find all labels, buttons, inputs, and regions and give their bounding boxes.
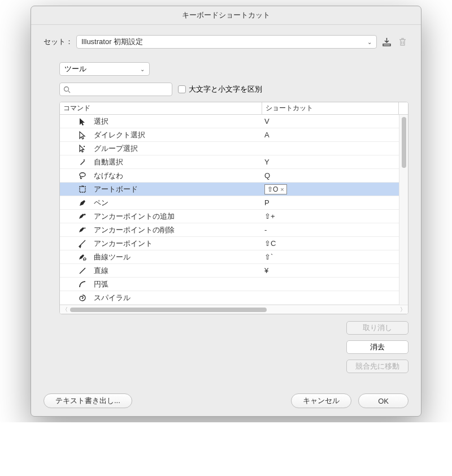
table-row[interactable]: 曲線ツール⇧` — [60, 250, 399, 264]
horizontal-scroll-track[interactable] — [70, 308, 398, 312]
curvature-icon — [60, 253, 94, 262]
table-row[interactable]: 円弧 — [60, 278, 399, 291]
chevron-down-icon: ⌄ — [367, 39, 372, 45]
export-text-button[interactable]: テキスト書き出し... — [44, 393, 132, 408]
magic-wand-icon — [60, 158, 94, 167]
line-icon — [60, 266, 94, 275]
table-row[interactable]: グループ選択 — [60, 142, 399, 155]
command-name: ダイレクト選択 — [94, 130, 262, 140]
shortcut-edit-field[interactable]: ⇧O× — [264, 184, 287, 194]
footer: テキスト書き出し... キャンセル OK — [44, 393, 408, 408]
shortcut-cell[interactable]: ¥ — [262, 266, 399, 275]
direct-selection-icon — [60, 131, 94, 140]
shortcuts-table: コマンド ショートカット 選択Vダイレクト選択Aグループ選択自動選択YなげなわQ… — [59, 102, 408, 314]
ok-button[interactable]: OK — [358, 393, 408, 408]
shortcut-cell[interactable]: Q — [262, 171, 399, 180]
spiral-icon — [60, 293, 94, 302]
rows-area: 選択Vダイレクト選択Aグループ選択自動選択YなげなわQアートボード⇧O×ペンPア… — [60, 115, 399, 305]
shortcut-cell[interactable]: Y — [262, 158, 399, 166]
delete-anchor-icon — [60, 226, 94, 235]
panel: ツール ⌄ 大文字と小文字を区別 コマンド ショートカット — [59, 62, 408, 373]
title-bar: キーボードショートカット — [31, 6, 421, 25]
shortcut-cell[interactable]: P — [262, 198, 399, 207]
command-name: アートボード — [94, 184, 262, 194]
shortcut-cell[interactable]: ⇧+ — [262, 212, 399, 220]
table-row[interactable]: 選択V — [60, 115, 399, 128]
search-box[interactable] — [59, 83, 172, 96]
command-name: 円弧 — [94, 279, 262, 289]
selection-icon — [60, 117, 94, 126]
clear-button[interactable]: 消去 — [346, 340, 408, 354]
set-row: セット： Illustrator 初期設定 ⌄ — [44, 35, 408, 49]
command-name: グループ選択 — [94, 144, 262, 154]
save-set-button[interactable] — [380, 36, 393, 48]
case-sensitive-label: 大文字と小文字を区別 — [189, 84, 262, 94]
command-name: 曲線ツール — [94, 252, 262, 262]
case-sensitive-checkbox[interactable] — [178, 85, 186, 93]
vertical-scrollbar-thumb[interactable] — [402, 117, 406, 168]
table-row[interactable]: ペンP — [60, 196, 399, 210]
trash-icon — [398, 37, 407, 47]
column-header-command[interactable]: コマンド — [60, 102, 262, 114]
command-name: なげなわ — [94, 171, 262, 181]
command-name: スパイラル — [94, 293, 262, 303]
undo-button: 取り消し — [346, 321, 408, 335]
shortcut-cell[interactable]: A — [262, 131, 399, 139]
footer-right: キャンセル OK — [291, 393, 408, 408]
search-input[interactable] — [73, 85, 168, 94]
table-body: 選択Vダイレクト選択Aグループ選択自動選択YなげなわQアートボード⇧O×ペンPア… — [60, 115, 408, 305]
group-selection-icon — [60, 144, 94, 153]
scroll-right-arrow-icon[interactable]: 〉 — [400, 306, 406, 314]
column-header-shortcut[interactable]: ショートカット — [262, 102, 399, 114]
horizontal-scrollbar-thumb[interactable] — [70, 308, 267, 312]
svg-point-0 — [64, 86, 69, 91]
shortcut-cell[interactable]: ⇧C — [262, 239, 399, 248]
shortcut-cell[interactable]: ⇧O× — [262, 184, 399, 194]
chevron-down-icon: ⌄ — [140, 66, 145, 72]
type-dropdown[interactable]: ツール ⌄ — [59, 62, 150, 76]
dialog-content: セット： Illustrator 初期設定 ⌄ ツール ⌄ — [31, 25, 421, 416]
command-name: アンカーポイントの削除 — [94, 225, 262, 235]
scroll-left-arrow-icon[interactable]: 〈 — [62, 306, 68, 314]
table-row[interactable]: アートボード⇧O× — [60, 183, 399, 196]
set-dropdown[interactable]: Illustrator 初期設定 ⌄ — [76, 35, 377, 49]
command-name: アンカーポイント — [94, 239, 262, 249]
anchor-point-icon — [60, 239, 94, 248]
search-icon — [63, 86, 71, 93]
window-title: キーボードショートカット — [182, 11, 270, 19]
table-row[interactable]: アンカーポイント⇧C — [60, 237, 399, 250]
clear-shortcut-icon[interactable]: × — [280, 186, 284, 193]
set-value: Illustrator 初期設定 — [81, 37, 143, 47]
delete-set-button — [396, 36, 408, 48]
case-sensitive-row[interactable]: 大文字と小文字を区別 — [178, 84, 262, 94]
table-row[interactable]: なげなわQ — [60, 169, 399, 183]
artboard-icon — [60, 185, 94, 194]
table-row[interactable]: スパイラル — [60, 291, 399, 305]
shortcut-cell[interactable]: V — [262, 117, 399, 126]
type-value: ツール — [64, 64, 86, 74]
set-label: セット： — [44, 37, 73, 47]
vertical-scrollbar[interactable] — [399, 115, 408, 305]
side-buttons: 取り消し 消去 競合先に移動 — [59, 321, 408, 373]
shortcut-cell[interactable]: ⇧` — [262, 253, 399, 261]
command-name: 直線 — [94, 266, 262, 276]
pen-icon — [60, 198, 94, 207]
add-anchor-icon — [60, 212, 94, 221]
svg-point-3 — [84, 258, 86, 260]
table-row[interactable]: 直線¥ — [60, 264, 399, 278]
table-row[interactable]: 自動選択Y — [60, 155, 399, 169]
arc-icon — [60, 280, 94, 289]
table-row[interactable]: アンカーポイントの削除- — [60, 223, 399, 237]
horizontal-scrollbar[interactable]: 〈 〉 — [60, 305, 408, 314]
lasso-icon — [60, 171, 94, 180]
shortcut-cell[interactable]: - — [262, 226, 399, 234]
keyboard-shortcuts-dialog: キーボードショートカット セット： Illustrator 初期設定 ⌄ ツール… — [31, 6, 421, 417]
save-icon — [382, 37, 392, 47]
table-row[interactable]: ダイレクト選択A — [60, 128, 399, 142]
cancel-button[interactable]: キャンセル — [291, 393, 351, 408]
svg-rect-2 — [80, 187, 85, 192]
table-row[interactable]: アンカーポイントの追加⇧+ — [60, 210, 399, 223]
command-name: ペン — [94, 198, 262, 208]
command-name: アンカーポイントの追加 — [94, 211, 262, 222]
table-header: コマンド ショートカット — [60, 102, 408, 115]
